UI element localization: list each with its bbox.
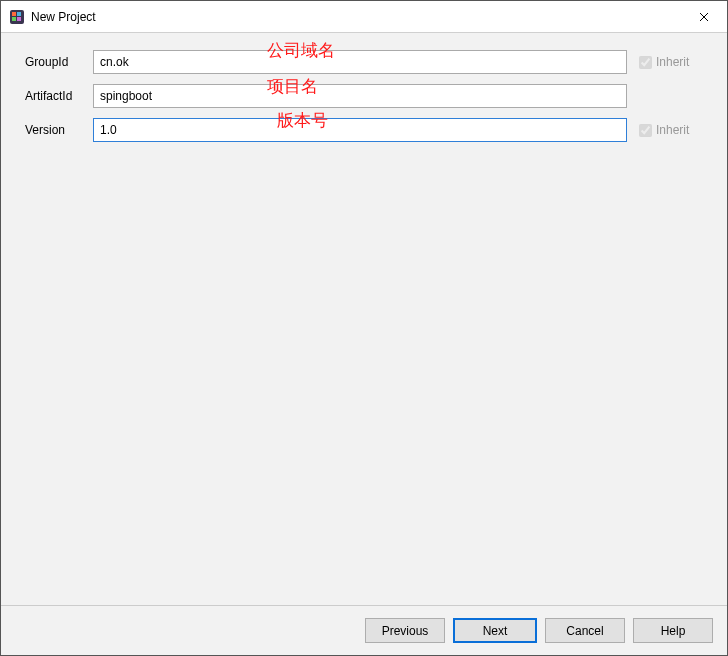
version-inherit-checkbox: [639, 124, 652, 137]
groupid-inherit-checkbox: [639, 56, 652, 69]
groupid-input[interactable]: [93, 50, 627, 74]
app-icon: [9, 9, 25, 25]
svg-rect-4: [17, 17, 21, 21]
version-inherit: Inherit: [639, 123, 711, 137]
svg-rect-1: [12, 12, 16, 16]
version-row: Version Inherit: [25, 117, 711, 143]
artifactid-label: ArtifactId: [25, 89, 93, 103]
cancel-button[interactable]: Cancel: [545, 618, 625, 643]
groupid-label: GroupId: [25, 55, 93, 69]
svg-rect-2: [17, 12, 21, 16]
dialog-content: GroupId Inherit ArtifactId Version Inher…: [1, 33, 727, 605]
previous-button[interactable]: Previous: [365, 618, 445, 643]
next-button[interactable]: Next: [453, 618, 537, 643]
artifactid-row: ArtifactId: [25, 83, 711, 109]
dialog-footer: Previous Next Cancel Help: [1, 605, 727, 655]
inherit-label: Inherit: [656, 55, 689, 69]
help-button[interactable]: Help: [633, 618, 713, 643]
window-title: New Project: [31, 10, 681, 24]
artifactid-input[interactable]: [93, 84, 627, 108]
close-icon: [699, 9, 709, 25]
titlebar: New Project: [1, 1, 727, 33]
version-label: Version: [25, 123, 93, 137]
version-input[interactable]: [93, 118, 627, 142]
inherit-label: Inherit: [656, 123, 689, 137]
groupid-row: GroupId Inherit: [25, 49, 711, 75]
svg-rect-3: [12, 17, 16, 21]
close-button[interactable]: [681, 1, 727, 33]
groupid-inherit: Inherit: [639, 55, 711, 69]
